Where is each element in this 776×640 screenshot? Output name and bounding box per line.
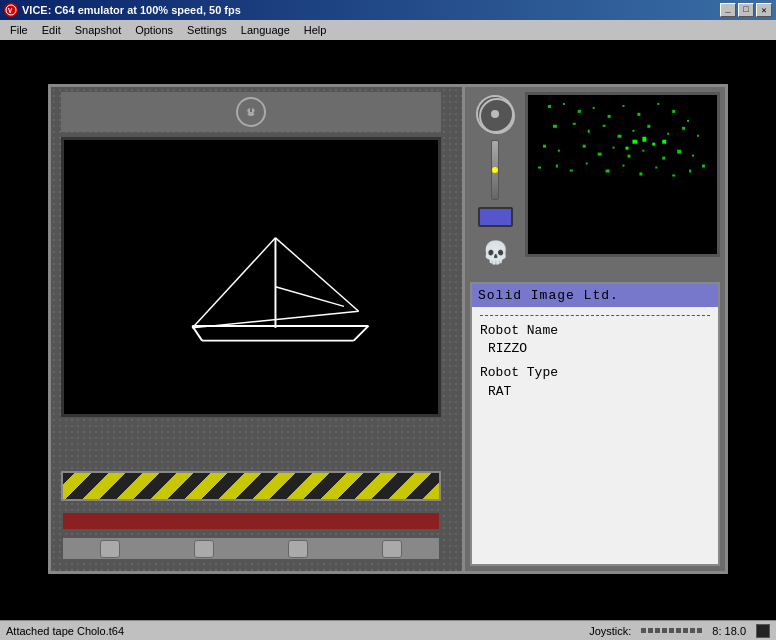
- title-bar-left: V VICE: C64 emulator at 100% speed, 50 f…: [4, 3, 241, 17]
- joy-dot-4: [662, 628, 667, 633]
- status-bar: Attached tape Cholo.t64 Joystick: 8: 18.…: [0, 620, 776, 640]
- minimize-button[interactable]: _: [720, 3, 736, 17]
- svg-rect-43: [556, 165, 558, 168]
- right-panel: 💀: [462, 87, 725, 571]
- svg-rect-24: [588, 130, 590, 133]
- svg-rect-30: [682, 127, 685, 130]
- svg-rect-55: [652, 143, 655, 146]
- svg-rect-32: [543, 145, 546, 148]
- menu-options[interactable]: Options: [129, 22, 179, 38]
- window-title: VICE: C64 emulator at 100% speed, 50 fps: [22, 4, 241, 16]
- bolt-center-left: [194, 540, 214, 558]
- info-panel: Solid Image Ltd. Robot Name RIZZO Robot …: [470, 282, 720, 566]
- svg-rect-57: [625, 147, 628, 150]
- svg-rect-45: [586, 163, 588, 165]
- joy-dot-8: [690, 628, 695, 633]
- svg-rect-20: [672, 110, 675, 113]
- svg-rect-42: [538, 167, 541, 169]
- svg-rect-50: [672, 175, 675, 177]
- svg-rect-23: [573, 123, 576, 125]
- menu-help[interactable]: Help: [298, 22, 333, 38]
- bolt-center-right: [288, 540, 308, 558]
- svg-rect-49: [655, 167, 657, 169]
- svg-rect-40: [677, 150, 681, 154]
- svg-rect-27: [632, 130, 634, 132]
- health-bar: [61, 511, 441, 531]
- panel-top-decoration: [61, 92, 441, 132]
- svg-rect-44: [570, 170, 573, 172]
- svg-rect-52: [702, 165, 705, 168]
- joystick-label: Joystick:: [589, 625, 631, 637]
- info-panel-header: Solid Image Ltd.: [472, 284, 718, 307]
- svg-rect-15: [593, 107, 595, 109]
- robot-name-label: Robot Name RIZZO: [480, 322, 710, 358]
- game-panel: 💀: [48, 84, 728, 574]
- hazard-strip: [61, 471, 441, 501]
- svg-rect-14: [578, 110, 581, 113]
- joy-dot-7: [683, 628, 688, 633]
- control-button[interactable]: [478, 207, 513, 227]
- menu-settings[interactable]: Settings: [181, 22, 233, 38]
- svg-rect-21: [687, 120, 689, 122]
- emulator-screen: 💀: [0, 40, 776, 618]
- svg-rect-46: [606, 170, 610, 173]
- menu-file[interactable]: File: [4, 22, 34, 38]
- svg-line-7: [192, 238, 275, 328]
- svg-rect-41: [692, 155, 694, 157]
- svg-rect-33: [558, 150, 560, 152]
- radar-display: [525, 92, 720, 257]
- svg-rect-12: [548, 105, 551, 108]
- joy-dot-2: [648, 628, 653, 633]
- svg-rect-16: [608, 115, 611, 118]
- speed-coords: 8: 18.0: [712, 625, 746, 637]
- svg-rect-47: [623, 165, 625, 167]
- svg-line-8: [275, 238, 358, 311]
- joystick-indicator: [641, 628, 702, 633]
- sailboat-graphic: [64, 140, 438, 414]
- joy-dot-9: [697, 628, 702, 633]
- title-buttons: _ □ ✕: [720, 3, 772, 17]
- svg-rect-35: [598, 153, 602, 156]
- bolt-left: [100, 540, 120, 558]
- svg-rect-34: [583, 145, 586, 148]
- svg-rect-38: [642, 150, 644, 152]
- svg-rect-56: [662, 140, 666, 144]
- right-top-section: 💀: [465, 87, 725, 282]
- nuclear-symbol: [236, 97, 266, 127]
- svg-rect-17: [623, 105, 625, 107]
- title-bar: V VICE: C64 emulator at 100% speed, 50 f…: [0, 0, 776, 20]
- svg-rect-22: [553, 125, 557, 128]
- close-button[interactable]: ✕: [756, 3, 772, 17]
- skull-icon: 💀: [475, 234, 515, 274]
- menu-snapshot[interactable]: Snapshot: [69, 22, 127, 38]
- tape-status: Attached tape Cholo.t64: [6, 625, 124, 637]
- bottom-controls: [61, 536, 441, 561]
- app-icon: V: [4, 3, 18, 17]
- joy-dot-3: [655, 628, 660, 633]
- svg-rect-25: [603, 125, 606, 127]
- svg-rect-53: [632, 140, 637, 144]
- menu-language[interactable]: Language: [235, 22, 296, 38]
- svg-rect-29: [667, 133, 669, 135]
- robot-type-label: Robot Type RAT: [480, 364, 710, 400]
- info-divider: [480, 315, 710, 316]
- svg-line-4: [354, 326, 369, 341]
- control-column: 💀: [465, 87, 525, 282]
- svg-rect-36: [613, 147, 615, 149]
- left-panel: [51, 87, 462, 571]
- svg-rect-48: [639, 173, 642, 176]
- svg-rect-18: [637, 113, 640, 116]
- svg-rect-26: [618, 135, 622, 138]
- drive-light: [756, 624, 770, 638]
- bolt-right: [382, 540, 402, 558]
- menu-edit[interactable]: Edit: [36, 22, 67, 38]
- c64-display: [61, 137, 441, 417]
- menu-bar: File Edit Snapshot Options Settings Lang…: [0, 20, 776, 40]
- svg-rect-13: [563, 103, 565, 105]
- maximize-button[interactable]: □: [738, 3, 754, 17]
- joy-dot-6: [676, 628, 681, 633]
- svg-rect-31: [697, 135, 699, 137]
- svg-rect-39: [662, 157, 665, 160]
- svg-rect-19: [657, 103, 659, 105]
- joy-dot-5: [669, 628, 674, 633]
